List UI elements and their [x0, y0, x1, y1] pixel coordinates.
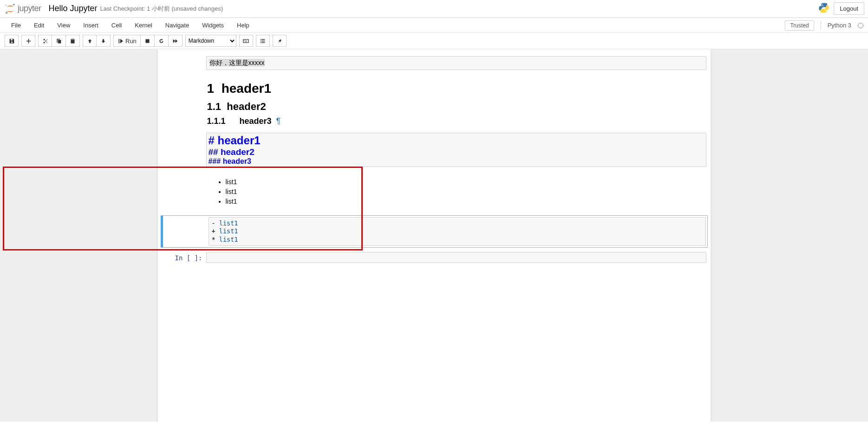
move-down-button[interactable]	[97, 35, 111, 47]
list-source-line: - list1	[212, 219, 703, 228]
add-cell-button[interactable]	[21, 35, 35, 47]
md-h3-source: ### header3	[209, 157, 704, 166]
bullet-list: list1 list1 list1	[226, 174, 705, 209]
prompt-empty	[162, 173, 206, 211]
svg-point-0	[13, 3, 15, 5]
list-item: list1	[226, 177, 705, 187]
arrow-down-icon	[100, 38, 106, 44]
menu-kernel[interactable]: Kernel	[128, 18, 159, 32]
markdown-editor[interactable]: 你好，这里是xxxxx	[206, 56, 706, 70]
selected-text: 你好，这里是xxxxx	[209, 59, 265, 66]
list-item: list1	[226, 197, 705, 206]
rendered-h1: 1 header1	[207, 81, 705, 96]
menu-navigate[interactable]: Navigate	[159, 18, 196, 32]
kernel-name[interactable]: Python 3	[828, 22, 851, 29]
logo-text: jupyter	[18, 4, 41, 13]
prompt-empty	[162, 133, 206, 167]
svg-rect-8	[245, 41, 247, 42]
run-icon	[117, 38, 124, 44]
menu-widgets[interactable]: Widgets	[196, 18, 230, 32]
prompt-empty	[162, 56, 206, 70]
paste-icon	[70, 38, 76, 44]
md-h2-source: ## header2	[209, 147, 704, 157]
cell-rendered-list[interactable]: list1 list1 list1	[161, 171, 708, 212]
prompt-empty	[162, 73, 206, 130]
code-input[interactable]	[206, 252, 706, 263]
copy-icon	[56, 38, 62, 44]
notebook-scroll[interactable]: 你好，这里是xxxxx 1 header1 1.1 header2 1.1.1 …	[0, 49, 868, 422]
paste-button[interactable]	[66, 35, 80, 47]
restart-button[interactable]	[155, 35, 169, 47]
checkpoint-status: Last Checkpoint: 1 小时前 (unsaved changes)	[100, 5, 223, 13]
list-source-line: + list1	[212, 227, 703, 236]
save-button[interactable]	[5, 35, 19, 47]
cell-md-source-list[interactable]: - list1+ list1* list1	[161, 215, 708, 248]
run-button[interactable]: Run	[113, 35, 141, 47]
stop-icon	[144, 38, 150, 44]
trusted-indicator[interactable]: Trusted	[785, 20, 814, 31]
jupyter-logo[interactable]: jupyter	[4, 3, 41, 15]
cell-type-select[interactable]: CodeMarkdownRaw NBConvertHeading	[185, 35, 236, 47]
svg-rect-5	[244, 40, 245, 40]
keyboard-icon	[243, 38, 249, 44]
fast-forward-icon	[172, 38, 178, 44]
list-item: list1	[226, 187, 705, 197]
plus-icon	[26, 38, 32, 44]
cell-md-source-headers[interactable]: # header1 ## header2 ### header3	[161, 131, 708, 168]
rendered-h3: 1.1.1 header3 ¶	[207, 116, 705, 126]
arrow-up-icon	[87, 38, 93, 44]
svg-point-1	[6, 12, 8, 14]
rendered-h2: 1.1 header2	[207, 101, 705, 113]
notebook-name[interactable]: Hello Jupyter	[49, 4, 98, 13]
restart-icon	[158, 38, 164, 44]
pushpin-icon	[276, 38, 282, 44]
jupyter-icon	[4, 3, 17, 15]
cut-button[interactable]	[38, 35, 52, 47]
cell-code-empty[interactable]: In [ ]:	[161, 251, 708, 264]
python-icon	[818, 2, 830, 15]
kernel-idle-icon	[858, 23, 863, 28]
header-bar: jupyter Hello Jupyter Last Checkpoint: 1…	[0, 0, 868, 18]
logout-button[interactable]: Logout	[834, 2, 864, 15]
interrupt-button[interactable]	[141, 35, 155, 47]
menu-cell[interactable]: Cell	[105, 18, 128, 32]
svg-rect-6	[245, 40, 246, 40]
copy-button[interactable]	[52, 35, 66, 47]
menubar: File Edit View Insert Cell Kernel Naviga…	[0, 18, 868, 33]
menu-edit[interactable]: Edit	[27, 18, 51, 32]
pilcrow-icon[interactable]: ¶	[276, 116, 281, 126]
svg-point-2	[6, 4, 7, 6]
menu-help[interactable]: Help	[230, 18, 256, 32]
restart-run-all-button[interactable]	[169, 35, 183, 47]
command-palette-button[interactable]	[239, 35, 253, 47]
svg-rect-4	[243, 39, 248, 43]
notebook: 你好，这里是xxxxx 1 header1 1.1 header2 1.1.1 …	[158, 49, 711, 422]
menu-insert[interactable]: Insert	[77, 18, 105, 32]
scissors-icon	[42, 38, 48, 44]
svg-rect-3	[145, 39, 149, 43]
svg-rect-7	[247, 40, 248, 40]
separator	[821, 21, 821, 30]
move-up-button[interactable]	[83, 35, 97, 47]
toc-button[interactable]	[256, 35, 270, 47]
markdown-source[interactable]: # header1 ## header2 ### header3	[206, 133, 706, 167]
code-prompt: In [ ]:	[162, 252, 206, 263]
run-label: Run	[125, 38, 137, 45]
markdown-source[interactable]: - list1+ list1* list1	[209, 217, 706, 246]
list-icon	[260, 38, 266, 44]
variable-inspector-button[interactable]	[273, 35, 287, 47]
list-source-line: * list1	[212, 236, 703, 244]
cell-rendered-headers[interactable]: 1 header1 1.1 header2 1.1.1 header3 ¶	[161, 71, 708, 131]
prompt-empty	[164, 217, 209, 246]
toolbar: Run CodeMarkdownRaw NBConvertHeading	[0, 33, 868, 49]
save-icon	[9, 38, 15, 44]
menu-view[interactable]: View	[51, 18, 77, 32]
md-h1-source: # header1	[209, 134, 704, 147]
menu-file[interactable]: File	[5, 18, 27, 32]
cell-markdown-edit[interactable]: 你好，这里是xxxxx	[161, 55, 708, 71]
